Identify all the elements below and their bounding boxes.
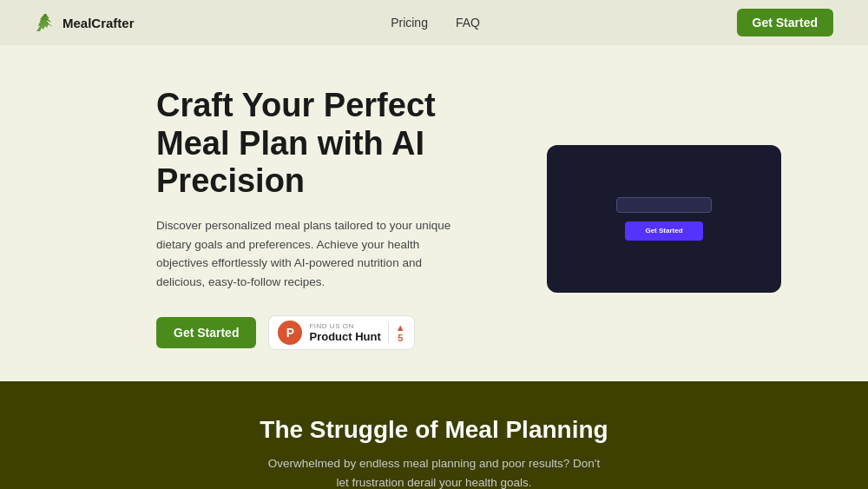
logo-icon [35,12,56,33]
nav-faq[interactable]: FAQ [456,16,480,30]
hero-content: Craft Your Perfect Meal Plan with AI Pre… [156,87,486,350]
hero-section: Craft Your Perfect Meal Plan with AI Pre… [0,45,868,381]
struggle-section: The Struggle of Meal Planning Overwhelme… [0,381,868,489]
app-preview-inner: Get Started [564,167,764,270]
product-hunt-badge[interactable]: P FIND US ON Product Hunt ▲ 5 [268,315,414,350]
mock-button-text: Get Started [645,227,682,235]
struggle-title: The Struggle of Meal Planning [260,416,608,444]
logo-text: MealCrafter [62,16,135,30]
navbar: MealCrafter Pricing FAQ Get Started [0,0,868,45]
nav-links: Pricing FAQ [391,16,480,30]
mock-input [616,197,712,213]
product-hunt-score: ▲ 5 [388,322,405,343]
hero-title: Craft Your Perfect Meal Plan with AI Pre… [156,87,486,201]
ph-arrow-up: ▲ [396,322,405,333]
logo[interactable]: MealCrafter [35,12,135,33]
nav-pricing[interactable]: Pricing [391,16,428,30]
nav-get-started-button[interactable]: Get Started [737,9,833,36]
mock-button: Get Started [625,221,703,241]
product-hunt-title: Product Hunt [309,330,380,343]
ph-score-value: 5 [398,333,403,343]
product-hunt-icon: P [278,320,302,345]
product-hunt-find-us: FIND US ON [309,322,380,330]
product-hunt-text: FIND US ON Product Hunt [309,322,380,343]
hero-buttons: Get Started P FIND US ON Product Hunt ▲ … [156,315,486,350]
struggle-description: Overwhelmed by endless meal planning and… [260,454,608,489]
hero-app-preview: Get Started [547,145,781,293]
hero-get-started-button[interactable]: Get Started [156,317,256,348]
hero-description: Discover personalized meal plans tailore… [156,216,451,291]
